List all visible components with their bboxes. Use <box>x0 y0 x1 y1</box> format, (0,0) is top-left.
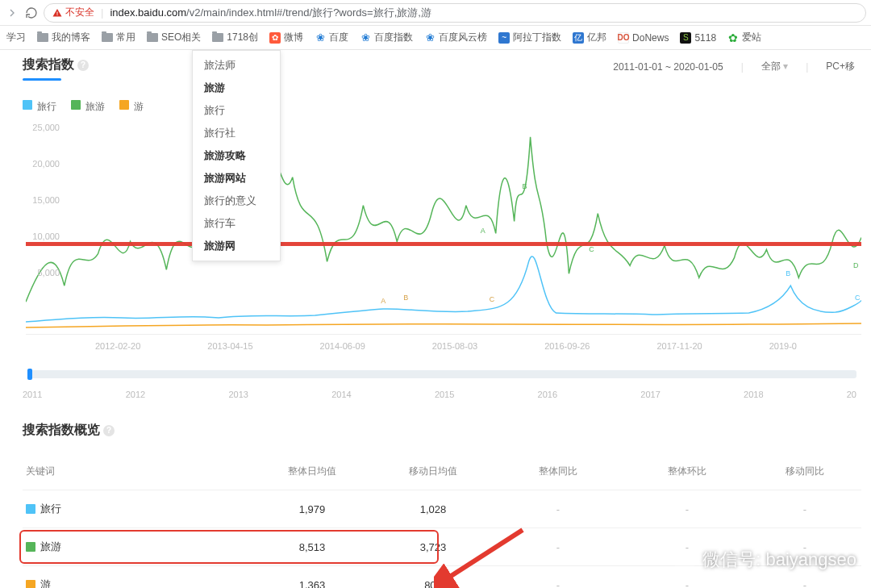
svg-text:B: B <box>523 182 527 190</box>
insecure-label: 不安全 <box>65 6 94 19</box>
filter-bar: 2011-01-01 ~ 2020-01-05 | 全部 ▾ | PC+移 <box>613 56 855 73</box>
time-brush[interactable] <box>23 367 861 383</box>
bookmark-item[interactable]: ✿微博 <box>269 31 303 44</box>
suggest-item[interactable]: 旅行的意义 <box>193 190 280 212</box>
svg-text:C: C <box>855 294 861 302</box>
help-icon[interactable]: ? <box>77 60 89 71</box>
legend-item[interactable]: 旅行 <box>23 100 56 114</box>
brush-labels: 2011201220132014201520162017201820 <box>23 390 861 399</box>
y-tick: 10,000 <box>26 231 60 241</box>
svg-text:A: A <box>481 227 486 235</box>
bookmark-item[interactable]: 常用 <box>102 31 135 44</box>
bookmark-item[interactable]: ❀百度风云榜 <box>424 31 487 44</box>
bookmark-item[interactable]: SEO相关 <box>147 31 201 44</box>
bookmark-item[interactable]: ✿爱站 <box>727 31 761 44</box>
y-tick: 25,000 <box>26 123 60 132</box>
browser-toolbar: 不安全 | index.baidu.com/v2/main/index.html… <box>0 0 871 26</box>
page-content: 搜索指数 ? 2011-01-01 ~ 2020-01-05 | 全部 ▾ | … <box>0 50 871 588</box>
section-header: 搜索指数 ? 2011-01-01 ~ 2020-01-05 | 全部 ▾ | … <box>23 56 861 81</box>
suggest-item[interactable]: 旅行社 <box>193 122 280 144</box>
suggest-item[interactable]: 旅游 <box>193 77 280 99</box>
svg-text:B: B <box>403 294 408 302</box>
scope-select[interactable]: 全部 ▾ <box>761 60 788 73</box>
reference-line <box>26 242 861 246</box>
bookmark-item[interactable]: 1718创 <box>212 31 258 44</box>
overview-title: 搜索指数概览 ? <box>23 422 861 439</box>
legend-item[interactable]: 游 <box>119 100 144 114</box>
search-suggest-dropdown: 旅法师旅游旅行旅行社旅游攻略旅游网站旅行的意义旅行车旅游网 <box>192 50 281 261</box>
section-title: 搜索指数 ? <box>23 56 89 73</box>
y-tick: 20,000 <box>26 159 60 169</box>
svg-text:D: D <box>853 261 859 269</box>
svg-rect-0 <box>57 11 58 14</box>
chart-legend: 旅行旅游游 <box>23 100 861 114</box>
trend-chart[interactable]: 25,00020,00015,00010,0005,000 A B C A B … <box>23 117 861 359</box>
brush-handle[interactable] <box>27 369 32 380</box>
svg-text:C: C <box>490 295 495 303</box>
bookmark-item[interactable]: 学习 <box>6 31 26 44</box>
suggest-item[interactable]: 旅游网站 <box>193 167 280 190</box>
table-header: 关键词整体日均值移动日均值整体同比整体环比移动同比 <box>23 453 861 490</box>
help-icon[interactable]: ? <box>103 425 115 436</box>
chart-x-axis: 2012-02-202013-04-152014-06-092015-08-03… <box>23 341 861 351</box>
bookmark-item[interactable]: 亿亿邦 <box>573 31 606 44</box>
bookmark-item[interactable]: ~阿拉丁指数 <box>498 31 561 44</box>
reload-icon[interactable] <box>24 6 39 20</box>
forward-icon[interactable] <box>5 6 19 20</box>
active-tab-underline <box>23 78 61 81</box>
address-bar[interactable]: 不安全 | index.baidu.com/v2/main/index.html… <box>44 3 866 23</box>
svg-text:A: A <box>381 297 385 305</box>
svg-text:B: B <box>786 269 790 277</box>
device-select[interactable]: PC+移 <box>826 60 855 73</box>
date-range-select[interactable]: 2011-01-01 ~ 2020-01-05 <box>613 61 723 73</box>
watermark: 微信号: baiyangseo <box>673 548 856 572</box>
svg-text:C: C <box>589 245 594 253</box>
svg-rect-1 <box>57 15 58 15</box>
legend-item[interactable]: 旅游 <box>71 100 105 114</box>
svg-point-12 <box>684 558 690 565</box>
bookmark-item[interactable]: DODoNews <box>618 32 669 44</box>
brush-track <box>27 370 856 378</box>
chart-svg: A B C A B C B D C <box>26 117 861 334</box>
url-text: index.baidu.com/v2/main/index.html#/tren… <box>110 6 431 20</box>
insecure-badge: 不安全 <box>52 6 94 19</box>
bookmarks-bar: 学习我的博客常用SEO相关1718创✿微博❀百度❀百度指数❀百度风云榜~阿拉丁指… <box>0 26 871 50</box>
suggest-item[interactable]: 旅游攻略 <box>193 144 280 167</box>
chart-plot: 25,00020,00015,00010,0005,000 A B C A B … <box>26 117 861 335</box>
suggest-item[interactable]: 旅游网 <box>193 235 280 257</box>
y-tick: 15,000 <box>26 195 60 205</box>
suggest-item[interactable]: 旅法师 <box>193 54 280 77</box>
table-row: 旅行1,9791,028--- <box>23 490 861 528</box>
y-tick: 5,000 <box>26 268 60 277</box>
bookmark-item[interactable]: 我的博客 <box>37 31 90 44</box>
suggest-item[interactable]: 旅行车 <box>193 212 280 235</box>
wechat-icon <box>673 548 696 571</box>
bookmark-item[interactable]: ❀百度指数 <box>360 31 413 44</box>
bookmark-item[interactable]: S5118 <box>680 32 716 44</box>
suggest-item[interactable]: 旅行 <box>193 99 280 122</box>
bookmark-item[interactable]: ❀百度 <box>315 31 348 44</box>
